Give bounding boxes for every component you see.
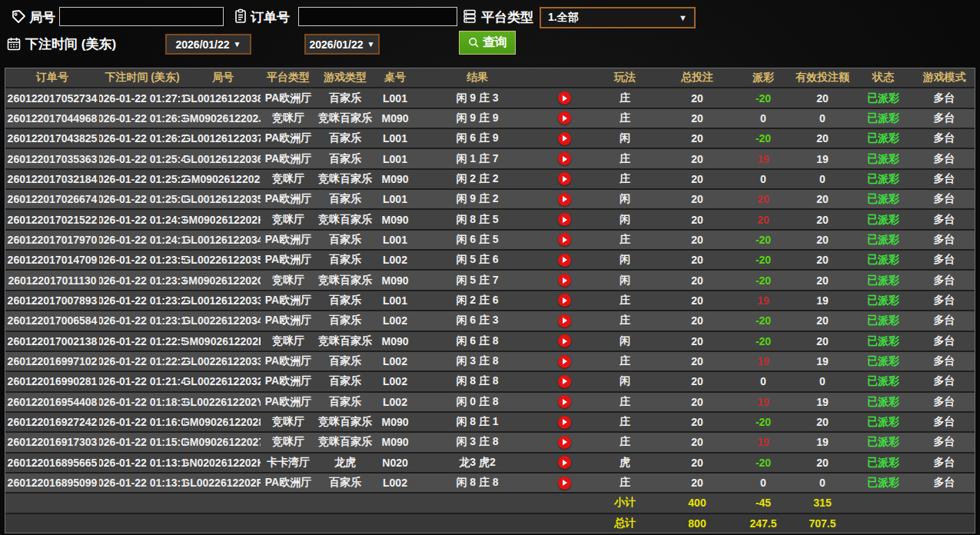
play-video-icon[interactable] xyxy=(558,294,571,307)
cell-mode: 多台 xyxy=(914,352,975,371)
cell-result: 闲 3 庄 8 xyxy=(416,433,539,451)
platform-type-select[interactable]: 1.全部 ▼ xyxy=(540,7,696,28)
cell-valid: 20 xyxy=(792,311,852,330)
cell-table_no: M090 xyxy=(374,109,416,128)
cell-mode: 多台 xyxy=(914,231,975,249)
cell-mode: 多台 xyxy=(914,170,975,188)
cell-order: 260122017043825 xyxy=(5,129,99,148)
round-number-input[interactable] xyxy=(59,7,224,26)
cell-round: GL00126122033 xyxy=(185,291,261,310)
cell-time: 2026-01-22 01:26:25 xyxy=(99,129,185,148)
play-video-icon[interactable] xyxy=(558,456,571,469)
play-video-icon[interactable] xyxy=(558,213,571,226)
cell-bet: 庄 xyxy=(590,311,660,330)
column-header: 有效投注额 xyxy=(792,68,852,87)
grand-total-row-label: 总计 xyxy=(590,514,660,533)
play-video-icon[interactable] xyxy=(558,233,571,246)
cell-mode: 多台 xyxy=(914,251,975,269)
cell-valid: 20 xyxy=(792,332,852,351)
cell-table_no: M090 xyxy=(374,433,416,451)
column-header: 下注时间 (美东) xyxy=(99,68,185,87)
cell-mode: 多台 xyxy=(914,311,975,330)
cell-round: GL00126122037 xyxy=(185,129,261,148)
cell-platform: PA欧洲厅 xyxy=(261,291,316,310)
play-video-icon[interactable] xyxy=(558,193,571,206)
cell-valid: 19 xyxy=(792,149,852,168)
cell-payout: -20 xyxy=(734,271,792,289)
cell-total: 20 xyxy=(660,332,734,351)
cell-order: 260122017011130 xyxy=(5,271,99,289)
column-header: 游戏模式 xyxy=(914,68,975,87)
video-cell xyxy=(539,129,590,148)
cell-total: 20 xyxy=(660,129,734,148)
cell-round: GL00226122033 xyxy=(185,352,261,371)
cell-status: 已派彩 xyxy=(852,231,914,249)
cell-round: GL0022612202R xyxy=(185,474,261,492)
play-video-icon[interactable] xyxy=(558,172,571,185)
cell-order: 260122017007893 xyxy=(5,291,99,310)
cell-table_no: M090 xyxy=(374,413,416,431)
cell-result: 闲 1 庄 7 xyxy=(416,149,539,168)
cell-game: 竞咪百家乐 xyxy=(316,271,374,289)
play-video-icon[interactable] xyxy=(558,111,571,125)
cell-mode: 多台 xyxy=(914,109,975,128)
cell-round: GL00226122034 xyxy=(185,311,261,330)
orders-table: 订单号下注时间 (美东)局号平台类型游戏类型桌号结果玩法总投注派彩有效投注额状态… xyxy=(5,68,975,533)
column-header: 结果 xyxy=(416,68,539,87)
cell-payout: 19 xyxy=(734,149,792,168)
play-video-icon[interactable] xyxy=(558,395,571,408)
play-video-icon[interactable] xyxy=(558,477,571,490)
column-header: 订单号 xyxy=(5,68,99,87)
cell-order: 260122016997102 xyxy=(5,352,99,371)
cell-result: 闲 5 庄 6 xyxy=(416,251,539,269)
cell-result: 闲 2 庄 2 xyxy=(416,170,539,188)
calendar-icon xyxy=(6,36,22,52)
cell-game: 百家乐 xyxy=(316,291,374,310)
cell-table_no: L001 xyxy=(374,149,416,168)
play-video-icon[interactable] xyxy=(558,436,571,449)
play-video-icon[interactable] xyxy=(558,375,571,388)
cell-result: 闲 9 庄 2 xyxy=(416,190,539,208)
cell-mode: 多台 xyxy=(914,190,975,208)
play-video-icon[interactable] xyxy=(558,254,571,267)
cell-time: 2026-01-22 01:24:30 xyxy=(99,210,185,228)
cell-valid: 0 xyxy=(792,170,852,188)
cell-table_no: L002 xyxy=(374,311,416,330)
cell-mode: 多台 xyxy=(914,474,975,492)
cell-bet: 庄 xyxy=(590,433,660,451)
video-cell xyxy=(539,474,590,492)
play-video-icon[interactable] xyxy=(558,152,571,165)
query-button[interactable]: 查询 xyxy=(459,31,516,55)
grand-total-row-status-empty xyxy=(852,514,914,533)
play-video-icon[interactable] xyxy=(558,274,571,287)
cell-payout: 0 xyxy=(734,474,792,492)
cell-status: 已派彩 xyxy=(852,129,914,148)
cell-total: 20 xyxy=(660,231,734,249)
cell-result: 闲 8 庄 1 xyxy=(416,413,539,431)
cell-order: 260122016954408 xyxy=(5,393,99,411)
cell-time: 2026-01-22 01:13:10 xyxy=(99,474,185,492)
date-to-picker[interactable]: 2026/01/22 ▼ xyxy=(304,34,380,55)
cell-total: 20 xyxy=(660,149,734,168)
cell-total: 20 xyxy=(660,271,734,289)
order-number-input[interactable] xyxy=(298,7,457,26)
play-video-icon[interactable] xyxy=(558,334,571,347)
cell-game: 竞咪百家乐 xyxy=(316,413,374,431)
column-header: 状态 xyxy=(852,68,914,87)
cell-platform: PA欧洲厅 xyxy=(261,474,316,492)
cell-round: GM0902612202F xyxy=(185,332,261,351)
play-video-icon[interactable] xyxy=(558,132,571,145)
cell-mode: 多台 xyxy=(914,291,975,310)
play-video-icon[interactable] xyxy=(558,314,571,327)
cell-mode: 多台 xyxy=(914,454,975,472)
cell-time: 2026-01-22 01:18:30 xyxy=(99,393,185,411)
video-cell xyxy=(539,454,590,472)
cell-order: 260122016895099 xyxy=(5,474,99,492)
play-video-icon[interactable] xyxy=(558,416,571,429)
date-from-picker[interactable]: 2026/01/22 ▼ xyxy=(165,34,251,55)
subtotal-row-valid-bet: 315 xyxy=(792,493,852,512)
cell-time: 2026-01-22 01:22:52 xyxy=(99,332,185,351)
play-video-icon[interactable] xyxy=(558,91,571,105)
play-video-icon[interactable] xyxy=(558,355,571,368)
cell-order: 260122016990281 xyxy=(5,372,99,390)
